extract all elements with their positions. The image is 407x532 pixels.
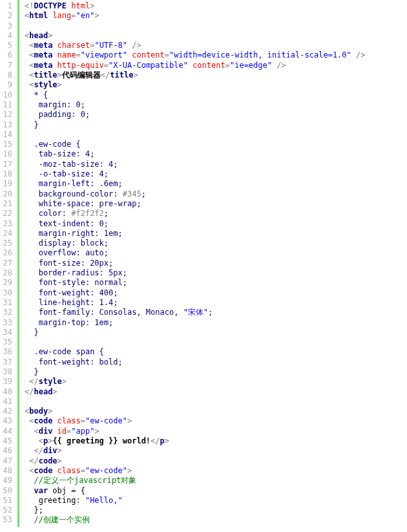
line-number: 50 [3,486,12,496]
code-line: color: #f2f2f2; [25,209,407,218]
line-number: 33 [3,318,12,328]
code-line: <code class="ew-code"> [25,416,407,426]
line-number: 14 [3,130,12,140]
line-number: 41 [3,397,12,407]
line-number: 30 [3,288,12,298]
code-line: }; [25,505,407,515]
line-number: 35 [3,337,12,347]
line-number: 52 [3,505,12,515]
line-number: 3 [3,21,12,31]
code-line: margin-left: .6em; [25,179,407,189]
code-line: .ew-code { [25,140,407,149]
code-line: * { [25,90,407,100]
code-line: //定义一个javascript对象 [25,476,407,485]
line-number: 24 [3,229,12,239]
line-number: 20 [3,189,12,199]
line-number: 27 [3,259,12,268]
line-number: 51 [3,496,12,505]
line-number: 40 [3,387,12,397]
code-line: border-radius: 5px; [25,268,407,278]
code-line: </style> [25,377,407,387]
line-number: 12 [3,110,12,120]
code-line: <html lang="en"> [25,11,407,21]
line-number: 21 [3,199,12,209]
code-line: <title>代码编辑器</title> [25,70,407,80]
code-line: tab-size: 4; [25,149,407,159]
line-number: 25 [3,239,12,248]
code-line [25,130,407,140]
code-line: margin: 0; [25,100,407,110]
line-number: 37 [3,357,12,367]
line-number: 7 [3,61,12,70]
code-line: font-style: normal; [25,278,407,288]
line-number: 38 [3,367,12,377]
code-content[interactable]: <!DOCTYPE html><html lang="en"> <head> <… [19,0,407,527]
code-line: </code> [25,456,407,466]
line-number: 43 [3,416,12,426]
code-line: .ew-code span { [25,347,407,357]
line-number: 23 [3,219,12,229]
line-number: 22 [3,209,12,218]
code-line: <!DOCTYPE html> [25,1,407,11]
line-number: 48 [3,466,12,476]
code-line: <p>{{ greeting }} world!</p> [25,436,407,446]
line-number: 10 [3,90,12,100]
line-number: 6 [3,50,12,60]
line-number: 17 [3,160,12,169]
line-number-gutter: 1234567891011121314151617181920212223242… [0,0,19,527]
line-number: 31 [3,298,12,308]
code-line: <code class="ew-code"> [25,466,407,476]
line-number: 26 [3,248,12,258]
code-line: <meta charset="UTF-8" /> [25,41,407,50]
line-number: 1 [3,1,12,11]
code-line: background-color: #345; [25,189,407,199]
line-number: 5 [3,41,12,50]
code-line: margin-top: 1em; [25,318,407,328]
line-number: 11 [3,100,12,110]
code-line: -moz-tab-size: 4; [25,160,407,169]
line-number: 39 [3,377,12,387]
code-line: } [25,367,407,377]
code-line: -o-tab-size: 4; [25,169,407,179]
line-number: 45 [3,436,12,446]
code-line: font-weight: 400; [25,288,407,298]
code-line: font-weight: bold; [25,357,407,367]
line-number: 44 [3,427,12,436]
code-line: greeting: "Hello," [25,496,407,505]
code-line: <style> [25,80,407,90]
code-line: //创建一个实例 [25,515,407,525]
line-number: 19 [3,179,12,189]
code-line: line-height: 1.4; [25,298,407,308]
code-line: text-indent: 0; [25,219,407,229]
line-number: 47 [3,456,12,466]
code-line [25,21,407,31]
line-number: 28 [3,268,12,278]
line-number: 46 [3,446,12,456]
code-line: </head> [25,387,407,397]
code-line: overflow: auto; [25,248,407,258]
code-line: </div> [25,446,407,456]
line-number: 34 [3,328,12,337]
line-number: 15 [3,140,12,149]
code-line: margin-right: 1em; [25,229,407,239]
line-number: 49 [3,476,12,485]
code-line: var obj = { [25,486,407,496]
code-line [25,337,407,347]
code-line [25,397,407,407]
line-number: 32 [3,308,12,317]
code-line: font-size: 20px; [25,259,407,268]
line-number: 53 [3,515,12,525]
code-line: } [25,328,407,337]
line-number: 4 [3,31,12,41]
line-number: 16 [3,149,12,159]
line-number: 18 [3,169,12,179]
line-number: 8 [3,70,12,80]
code-line: } [25,120,407,130]
line-number: 36 [3,347,12,357]
code-line: <body> [25,407,407,416]
code-line: white-space: pre-wrap; [25,199,407,209]
code-line: padding: 0; [25,110,407,120]
code-line: <meta name="viewport" content="width=dev… [25,50,407,60]
code-line: font-family: Consolas, Monaco, "宋体"; [25,308,407,317]
code-line: display: block; [25,239,407,248]
